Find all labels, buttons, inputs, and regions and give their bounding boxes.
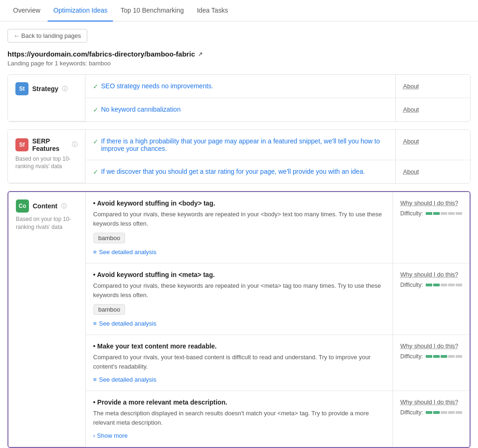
check-item-2: ✓ No keyword cannibalization xyxy=(93,106,388,114)
why-link-3[interactable]: Why should I do this? xyxy=(401,342,462,349)
see-analysis-link-3[interactable]: ≡ See detailed analysis xyxy=(93,376,156,383)
chevron-icon: › xyxy=(93,432,95,439)
app-container: Overview Optimization Ideas Top 10 Bench… xyxy=(0,0,478,448)
diff-seg-2-3 xyxy=(441,284,447,286)
content-icon: Co xyxy=(16,199,29,213)
diff-seg-3-4 xyxy=(448,355,455,358)
analysis-icon-3: ≡ xyxy=(93,376,97,383)
why-link-1[interactable]: Why should I do this? xyxy=(401,199,462,206)
serp-check-icon-2: ✓ xyxy=(93,168,98,176)
content-idea-title-4: • Provide a more relevant meta descripti… xyxy=(93,398,385,406)
check-icon-1: ✓ xyxy=(93,83,98,90)
external-link-icon: ↗ xyxy=(198,51,203,57)
serp-table: Sf SERP Features ⓘ Based on your top 10-… xyxy=(8,130,470,184)
difficulty-label-4: Difficulty: xyxy=(401,409,423,416)
url-subtitle: Landing page for 1 keywords: bamboo xyxy=(7,60,471,67)
serp-about-1[interactable]: About xyxy=(403,138,419,145)
serp-action-1: About xyxy=(395,130,470,160)
analysis-label-3: See detailed analysis xyxy=(99,376,156,383)
content-idea-title-3: • Make your text content more readable. xyxy=(93,342,385,350)
see-analysis-link-2[interactable]: ≡ See detailed analysis xyxy=(93,320,156,327)
check-text-2: No keyword cannibalization xyxy=(101,106,181,113)
difficulty-row-1: Difficulty: xyxy=(401,210,462,217)
analysis-icon-2: ≡ xyxy=(93,320,97,327)
see-analysis-link-1[interactable]: ≡ See detailed analysis xyxy=(93,249,156,256)
analysis-label-1: See detailed analysis xyxy=(99,249,156,256)
serp-info-icon[interactable]: ⓘ xyxy=(72,141,77,149)
diff-seg-1-2 xyxy=(433,212,440,215)
content-action-4: Why should I do this? Difficulty: xyxy=(393,391,470,447)
keyword-tag-1: bamboo xyxy=(93,233,126,243)
diff-seg-2-2 xyxy=(433,284,440,286)
strategy-idea-2: ✓ No keyword cannibalization xyxy=(85,98,395,121)
difficulty-bar-2 xyxy=(426,284,462,286)
content-section: Co Content ⓘ Based on your top 10-rankin… xyxy=(7,191,471,448)
about-link-2[interactable]: About xyxy=(403,106,419,113)
content-main-row: Co Content ⓘ Based on your top 10-rankin… xyxy=(8,192,470,263)
serp-action-2: About xyxy=(395,160,470,183)
difficulty-label-3: Difficulty: xyxy=(401,353,423,360)
serp-idea-1: ✓ If there is a high probability that yo… xyxy=(85,130,395,160)
about-link-1[interactable]: About xyxy=(403,83,419,90)
diff-seg-4-5 xyxy=(456,411,462,414)
back-button[interactable]: ← Back to landing pages xyxy=(7,29,87,43)
diff-seg-2-4 xyxy=(448,284,455,286)
diff-seg-2-5 xyxy=(456,284,462,286)
serp-name: SERP Features xyxy=(32,137,68,152)
why-link-2[interactable]: Why should I do this? xyxy=(401,271,462,278)
strategy-action-1: About xyxy=(395,75,470,98)
strategy-section: St Strategy ⓘ ✓ SEO strategy needs no im… xyxy=(7,74,471,122)
show-more-link[interactable]: › Show more xyxy=(93,432,128,439)
serp-check-text-2: If we discover that you should get a sta… xyxy=(101,168,365,175)
content-header: Co Content ⓘ xyxy=(16,199,78,213)
check-icon-2: ✓ xyxy=(93,106,98,114)
difficulty-bar-3 xyxy=(426,355,462,358)
content-idea-title-1: • Avoid keyword stuffing in <body> tag. xyxy=(93,199,385,207)
show-more-label: Show more xyxy=(97,432,128,439)
page-url[interactable]: https://yourdomain.com/fabrics-directory… xyxy=(7,50,203,58)
keyword-tag-2: bamboo xyxy=(93,304,126,315)
difficulty-bar-4 xyxy=(426,411,462,414)
strategy-action-2: About xyxy=(395,98,470,121)
analysis-icon-1: ≡ xyxy=(93,249,97,256)
nav-top10[interactable]: Top 10 Benchmarking xyxy=(115,0,189,21)
content-category-cell: Co Content ⓘ Based on your top 10-rankin… xyxy=(8,192,85,447)
strategy-table: St Strategy ⓘ ✓ SEO strategy needs no im… xyxy=(8,75,470,121)
content-action-3: Why should I do this? Difficulty: xyxy=(393,335,470,391)
strategy-icon: St xyxy=(15,82,28,95)
strategy-name: Strategy xyxy=(32,85,58,92)
nav-optimization-ideas[interactable]: Optimization Ideas xyxy=(48,0,113,21)
diff-seg-4-4 xyxy=(448,411,455,414)
url-text: https://yourdomain.com/fabrics-directory… xyxy=(7,50,195,58)
serp-idea-2: ✓ If we discover that you should get a s… xyxy=(85,160,395,183)
nav-idea-tasks[interactable]: Idea Tasks xyxy=(191,0,234,21)
serp-category-cell: Sf SERP Features ⓘ Based on your top 10-… xyxy=(8,130,85,183)
strategy-info-icon[interactable]: ⓘ xyxy=(62,85,68,93)
serp-about-2[interactable]: About xyxy=(403,168,419,175)
content-idea-2: • Avoid keyword stuffing in <meta> tag. … xyxy=(85,263,393,335)
difficulty-row-4: Difficulty: xyxy=(401,409,462,416)
check-text-1: SEO strategy needs no improvements. xyxy=(101,82,213,90)
serp-header: Sf SERP Features ⓘ xyxy=(15,137,77,152)
content-info-icon[interactable]: ⓘ xyxy=(61,202,67,210)
content-area: ← Back to landing pages https://yourdoma… xyxy=(0,21,478,448)
serp-check-text-1: If there is a high probability that your… xyxy=(101,137,388,152)
diff-seg-4-3 xyxy=(441,411,447,414)
content-idea-3: • Make your text content more readable. … xyxy=(85,335,393,391)
content-name: Content xyxy=(33,202,57,210)
content-idea-1: • Avoid keyword stuffing in <body> tag. … xyxy=(85,192,393,263)
content-subtitle: Based on your top 10-ranking rivals' dat… xyxy=(16,215,78,231)
nav-overview[interactable]: Overview xyxy=(7,0,46,21)
content-idea-desc-3: Compared to your rivals, your text-based… xyxy=(93,353,385,371)
why-link-4[interactable]: Why should I do this? xyxy=(401,398,462,405)
diff-seg-3-2 xyxy=(433,355,440,358)
serp-check-icon-1: ✓ xyxy=(93,138,98,145)
diff-seg-1-5 xyxy=(456,212,462,215)
content-idea-4: • Provide a more relevant meta descripti… xyxy=(85,391,393,447)
diff-seg-1-3 xyxy=(441,212,447,215)
top-nav: Overview Optimization Ideas Top 10 Bench… xyxy=(0,0,478,21)
strategy-row-1: St Strategy ⓘ ✓ SEO strategy needs no im… xyxy=(8,75,470,98)
diff-seg-4-2 xyxy=(433,411,440,414)
diff-seg-1-1 xyxy=(426,212,432,215)
diff-seg-1-4 xyxy=(448,212,455,215)
